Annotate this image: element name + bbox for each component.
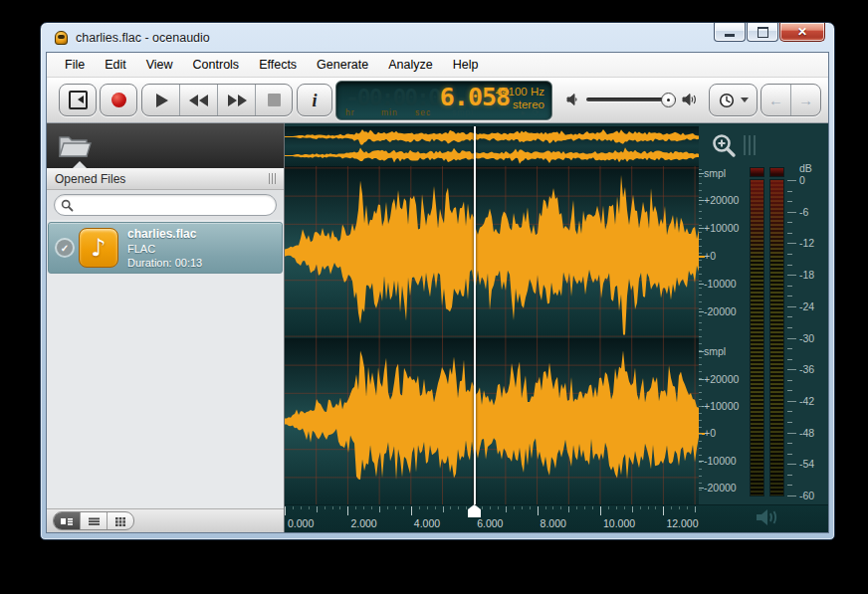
- window-controls: ✕: [714, 23, 825, 42]
- sample-axis-label: -20000: [704, 482, 737, 494]
- forward-button[interactable]: →: [791, 85, 820, 115]
- menu-help[interactable]: Help: [443, 55, 489, 75]
- ruler-tick: [648, 506, 649, 509]
- db-label: -24: [799, 300, 814, 312]
- ruler-tick: [600, 506, 601, 515]
- ruler-tick: [317, 506, 318, 512]
- axis-minor-tick: [699, 260, 702, 261]
- file-check-icon: ✓: [57, 240, 73, 256]
- file-list-item[interactable]: ✓ ♪ charlies.flac FLAC Duration: 00:13: [48, 222, 283, 274]
- time-display[interactable]: -00:00:06.058 hr min sec smpl 44100 Hz s…: [335, 81, 552, 120]
- minimize-icon: [725, 34, 735, 37]
- record-icon: [111, 93, 126, 107]
- axis-minor-tick: [699, 301, 702, 302]
- menu-effects[interactable]: Effects: [249, 55, 307, 75]
- menu-view[interactable]: View: [136, 55, 183, 75]
- ruler-tick: [530, 506, 531, 509]
- window-body: FileEditViewControlsEffectsGenerateAnaly…: [46, 52, 829, 533]
- minimize-button[interactable]: [714, 23, 746, 42]
- axis-minor-tick: [699, 232, 702, 233]
- volume-slider-thumb[interactable]: [661, 93, 676, 107]
- sample-axis-label: -10000: [704, 455, 737, 467]
- axis-minor-tick: [699, 378, 702, 379]
- db-minor-tick: [787, 201, 792, 202]
- opened-files-folder-icon[interactable]: [57, 130, 95, 160]
- axis-minor-tick: [699, 343, 702, 344]
- info-icon: i: [312, 92, 317, 109]
- axis-tick: [699, 488, 704, 489]
- maximize-button[interactable]: [747, 23, 778, 42]
- sidebar: Opened Files ✓ ♪ charlies.flac: [47, 123, 285, 532]
- sample-axis-label: -10000: [704, 278, 737, 290]
- sample-axis-label: +0: [704, 250, 716, 262]
- time-ruler[interactable]: 0.0002.0004.0006.0008.00010.00012.000: [285, 504, 828, 532]
- back-button[interactable]: ←: [761, 85, 791, 115]
- fast-forward-button[interactable]: [218, 85, 256, 115]
- ruler-tick: [687, 506, 688, 509]
- ruler-tick: [387, 506, 388, 509]
- menu-generate[interactable]: Generate: [307, 55, 378, 75]
- ruler-tick: [592, 506, 593, 509]
- view-mode-detailed-button[interactable]: [54, 512, 81, 529]
- menu-analyze[interactable]: Analyze: [378, 55, 442, 75]
- overview-strip[interactable]: [285, 126, 699, 167]
- menu-file[interactable]: File: [55, 55, 95, 75]
- ruler-tick: [371, 506, 372, 509]
- menu-controls[interactable]: Controls: [183, 55, 250, 75]
- meter-panel-grip-icon[interactable]: [744, 135, 756, 155]
- main-content: Opened Files ✓ ♪ charlies.flac: [47, 123, 828, 532]
- db-major-tick: [787, 464, 796, 465]
- ruler-tick: [538, 506, 539, 515]
- monitor-speaker-icon[interactable]: [755, 507, 780, 527]
- search-input[interactable]: [74, 198, 270, 212]
- axis-tick: [699, 311, 704, 312]
- ruler-tick: [624, 506, 625, 509]
- ruler-tick: [584, 506, 585, 509]
- ruler-tick: [403, 506, 404, 509]
- sample-axis-label: -20000: [704, 305, 737, 317]
- ruler-label: 0.000: [288, 517, 314, 529]
- axis-minor-tick: [699, 434, 702, 435]
- info-button[interactable]: i: [297, 84, 332, 116]
- axis-tick: [699, 379, 704, 380]
- menu-edit[interactable]: Edit: [95, 55, 136, 75]
- axis-tick: [699, 284, 704, 285]
- audio-file-icon: ♪: [79, 228, 118, 268]
- db-label: -48: [799, 427, 814, 439]
- ruler-tick: [427, 506, 428, 509]
- view-mode-grid-button[interactable]: [108, 512, 133, 529]
- stop-button[interactable]: [256, 85, 292, 115]
- skip-to-start-button[interactable]: [59, 84, 97, 116]
- record-button[interactable]: [100, 84, 137, 116]
- panel-grip-icon[interactable]: [269, 173, 276, 184]
- zoom-in-icon[interactable]: [711, 132, 739, 160]
- play-button[interactable]: [142, 85, 180, 115]
- sample-axis-label: +10000: [704, 222, 739, 234]
- waveform-channel-right[interactable]: [285, 338, 699, 504]
- ruler-tick: [679, 506, 680, 509]
- clip-indicator-left[interactable]: [751, 168, 763, 176]
- search-box[interactable]: [54, 194, 277, 216]
- close-button[interactable]: ✕: [779, 23, 825, 42]
- ruler-tick: [443, 506, 444, 512]
- clip-indicator-right[interactable]: [770, 168, 783, 176]
- sample-axis-label: +20000: [704, 373, 739, 385]
- axis-tick: [699, 228, 704, 229]
- view-mode-list-button[interactable]: [81, 512, 108, 529]
- opened-files-header[interactable]: Opened Files: [47, 168, 284, 190]
- list-view-icon: [88, 516, 101, 526]
- volume-high-icon: [682, 93, 699, 106]
- hr-label: hr: [345, 107, 355, 117]
- ruler-tick: [640, 506, 641, 509]
- db-minor-tick: [787, 359, 792, 360]
- play-icon: [156, 94, 168, 107]
- sample-axis-label: smpl: [704, 345, 726, 357]
- waveform-channel-left[interactable]: [285, 166, 699, 339]
- db-major-tick: [787, 338, 796, 339]
- ruler-label: 2.000: [350, 517, 376, 529]
- time-format-button[interactable]: [709, 84, 758, 116]
- axis-minor-tick: [699, 420, 702, 421]
- ruler-tick: [363, 506, 364, 509]
- rewind-button[interactable]: [180, 85, 218, 115]
- volume-slider[interactable]: [586, 98, 676, 101]
